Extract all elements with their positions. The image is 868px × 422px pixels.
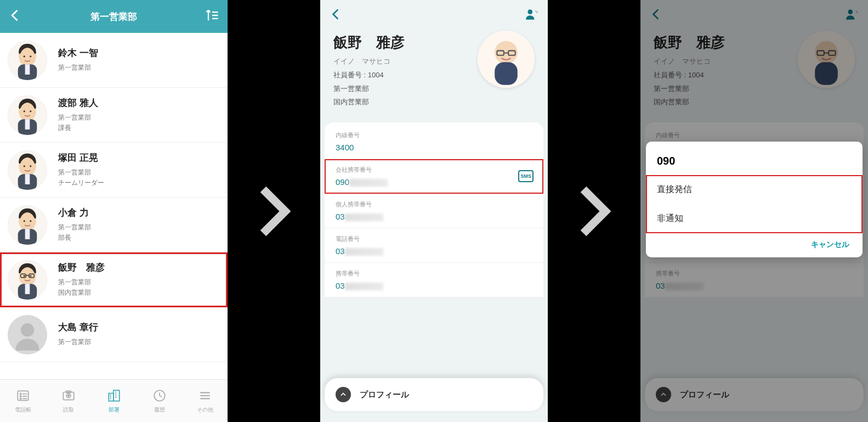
contact-item[interactable]: 小倉 力第一営業部部長 [0, 198, 228, 252]
row-value: 090 [336, 177, 532, 187]
contact-sub: 部長 [58, 233, 91, 243]
masked-number [349, 179, 388, 187]
sms-icon[interactable]: SMS [518, 170, 534, 182]
contact-sub: 第一営業部 [58, 337, 98, 347]
phone-row[interactable]: 電話番号03 [325, 228, 543, 263]
cancel-button[interactable]: キャンセル [646, 233, 863, 252]
avatar [8, 205, 47, 245]
svg-point-4 [24, 55, 25, 57]
svg-point-37 [20, 398, 21, 399]
svg-rect-21 [25, 229, 30, 239]
svg-point-23 [30, 220, 31, 222]
phone-row[interactable]: 会社携帯番号090SMS [325, 159, 543, 194]
phone-row[interactable]: 個人携帯番号03 [325, 194, 543, 228]
contact-item[interactable]: 塚田 正晃第一営業部チームリーダー [0, 143, 228, 198]
row-label: 電話番号 [336, 235, 532, 243]
svg-point-30 [24, 275, 25, 277]
row-value: 03 [336, 246, 532, 256]
flow-arrow [228, 184, 320, 239]
option-direct-call[interactable]: 直接発信 [646, 175, 863, 204]
tab-icon [151, 389, 168, 404]
contact-item[interactable]: 飯野 雅彦第一営業部国内営業部 [0, 252, 228, 307]
tab-その他[interactable]: その他 [182, 380, 228, 422]
svg-point-33 [21, 323, 34, 336]
svg-rect-15 [25, 174, 30, 184]
org-2: 国内営業部 [333, 95, 535, 109]
tab-label: 電話帳 [15, 406, 31, 414]
phone-row[interactable]: 携帯番号03 [325, 263, 543, 297]
back-icon[interactable] [329, 7, 343, 24]
contact-sub: 第一営業部 [58, 277, 105, 288]
tab-icon [197, 389, 213, 404]
svg-rect-9 [25, 119, 30, 130]
profile-summary: 飯野 雅彦 イイノ マサヒコ 社員番号 : 1004 第一営業部 国内営業部 [320, 31, 548, 122]
tab-label: 読取 [63, 406, 74, 414]
svg-point-5 [30, 55, 31, 57]
contact-sub: 国内営業部 [58, 288, 105, 298]
avatar [8, 95, 47, 135]
svg-point-36 [20, 396, 21, 397]
avatar [8, 41, 47, 80]
screen-profile: 飯野 雅彦 イイノ マサヒコ 社員番号 : 1004 第一営業部 国内営業部 内… [320, 0, 548, 422]
screen-contact-list: 第一営業部 鈴木 一智第一営業部渡部 雅人第一営業部課長塚田 正晃第一営業部チー… [0, 0, 228, 422]
masked-number [677, 156, 737, 167]
svg-rect-42 [109, 393, 114, 401]
option-anonymous[interactable]: 非通知 [646, 204, 863, 233]
svg-point-11 [30, 110, 31, 112]
masked-number [345, 213, 383, 221]
back-icon[interactable] [8, 8, 23, 25]
contact-sub: 課長 [58, 123, 98, 133]
profile-avatar [478, 31, 535, 88]
masked-number [345, 283, 383, 290]
avatar [8, 260, 47, 300]
chevron-up-icon [336, 387, 351, 402]
contact-name: 小倉 力 [58, 206, 91, 219]
row-label: 個人携帯番号 [336, 200, 532, 209]
svg-point-16 [24, 165, 25, 167]
svg-rect-3 [25, 64, 30, 75]
tab-label: 部署 [109, 406, 120, 414]
tab-電話帳[interactable]: 電話帳 [0, 380, 46, 422]
tab-icon [60, 389, 77, 404]
contact-name: 塚田 正晃 [58, 151, 104, 164]
profile-header [320, 0, 548, 31]
sort-icon[interactable] [205, 8, 220, 25]
svg-point-10 [24, 110, 25, 112]
phone-list: 内線番号3400会社携帯番号090SMS個人携帯番号03電話番号03携帯番号03 [325, 122, 543, 297]
row-label: 内線番号 [336, 131, 532, 139]
tab-読取[interactable]: 読取 [46, 380, 91, 422]
header: 第一営業部 [0, 0, 228, 33]
tab-bar: 電話帳読取部署履歴その他 [0, 379, 228, 422]
profile-bar-label: プロフィール [360, 390, 409, 400]
profile-expand-bar[interactable]: プロフィール [325, 378, 543, 411]
contact-item[interactable]: 大島 章行第一営業部 [0, 307, 228, 362]
header-title: 第一営業部 [23, 10, 205, 23]
contact-name: 渡部 雅人 [58, 97, 98, 109]
contact-name: 鈴木 一智 [58, 47, 98, 59]
row-value: 03 [336, 281, 532, 290]
tab-履歴[interactable]: 履歴 [137, 380, 182, 422]
tab-icon [106, 389, 122, 404]
svg-point-31 [30, 275, 31, 277]
svg-point-45 [527, 9, 532, 14]
svg-rect-27 [25, 284, 30, 294]
contact-item[interactable]: 渡部 雅人第一営業部課長 [0, 88, 228, 143]
contact-item[interactable]: 鈴木 一智第一営業部 [0, 33, 228, 88]
contact-sub: 第一営業部 [58, 167, 104, 178]
svg-point-17 [30, 165, 31, 167]
tab-部署[interactable]: 部署 [91, 380, 137, 422]
svg-point-35 [20, 393, 21, 394]
phone-row[interactable]: 内線番号3400 [325, 125, 543, 159]
tab-label: 履歴 [154, 406, 165, 414]
svg-rect-43 [113, 390, 119, 401]
screen-dialog: 飯野 雅彦 イイノ マサヒコ 社員番号 : 1004 第一営業部 国内営業部 内… [640, 0, 868, 422]
masked-number [345, 248, 383, 256]
contact-name: 飯野 雅彦 [58, 261, 105, 274]
svg-point-40 [67, 395, 69, 396]
add-contact-icon[interactable] [525, 7, 539, 24]
dialog-title: 090 [646, 151, 863, 175]
contact-sub: 第一営業部 [58, 222, 91, 233]
svg-point-22 [24, 220, 25, 222]
row-label: 携帯番号 [336, 269, 532, 278]
tab-icon [15, 389, 31, 404]
